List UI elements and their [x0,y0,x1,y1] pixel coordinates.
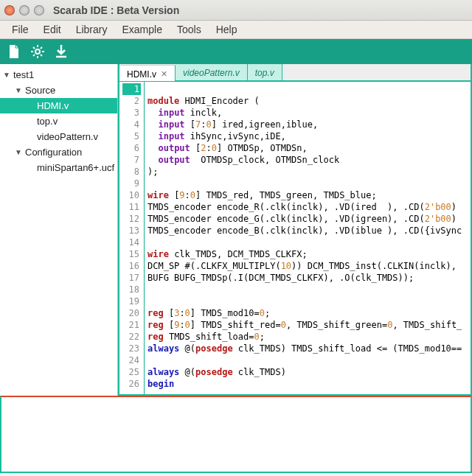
toolbar [0,39,472,64]
new-file-icon[interactable] [7,45,21,58]
tab-hdmi[interactable]: HDMI.v✕ [119,65,176,81]
menubar: File Edit Library Example Tools Help [0,21,472,39]
tree-item-label: top.v [37,116,58,127]
svg-line-8 [41,47,42,49]
window-title: Scarab IDE : Beta Version [53,4,179,16]
tab-label: top.v [255,68,274,78]
menu-library[interactable]: Library [69,21,115,38]
tab-top[interactable]: top.v [248,64,282,80]
svg-line-7 [33,55,35,56]
tree-item-ucf[interactable]: miniSpartan6+.ucf [0,160,117,175]
menu-file[interactable]: File [4,21,36,38]
tree-item-label: HDMI.v [37,100,69,111]
tree-group-label: Source [25,85,55,96]
code-area[interactable]: 1 2 3 4 5 6 7 8 9 10 11 12 13 14 15 16 1… [119,82,471,394]
tree-item-hdmi[interactable]: HDMI.v [0,98,117,113]
tab-videopattern[interactable]: videoPattern.v [176,64,248,80]
tree-item-label: videoPattern.v [37,131,98,142]
tree-item-videopattern[interactable]: videoPattern.v [0,129,117,144]
svg-line-6 [41,55,42,56]
window-minimize-icon[interactable] [19,5,30,15]
editor: HDMI.v✕ videoPattern.v top.v 1 2 3 4 5 6… [118,64,472,396]
window-maximize-icon[interactable] [34,5,44,15]
code-text[interactable]: module HDMI_Encoder ( input inclk, input… [145,82,471,394]
tree-item-top[interactable]: top.v [0,113,117,129]
main-area: ▼test1 ▼Source HDMI.v top.v videoPattern… [0,64,472,396]
close-icon[interactable]: ✕ [161,69,167,79]
window-close-icon[interactable] [4,5,15,15]
menu-edit[interactable]: Edit [36,21,69,38]
titlebar: Scarab IDE : Beta Version [0,0,472,21]
menu-example[interactable]: Example [114,21,169,38]
tab-label: videoPattern.v [183,68,240,78]
output-panel[interactable] [0,396,472,473]
svg-point-0 [35,49,40,54]
editor-tabs: HDMI.v✕ videoPattern.v top.v [119,64,471,82]
tree-root-label: test1 [13,69,34,80]
svg-line-5 [33,47,35,49]
tree-group-source[interactable]: ▼Source [0,83,117,98]
tree-group-config[interactable]: ▼Configuration [0,144,117,160]
download-icon[interactable] [55,45,68,58]
line-gutter: 1 2 3 4 5 6 7 8 9 10 11 12 13 14 15 16 1… [119,82,145,394]
tree-item-label: miniSpartan6+.ucf [37,162,114,173]
gear-icon[interactable] [31,45,44,58]
tree-group-label: Configuration [25,147,82,158]
tree-root[interactable]: ▼test1 [0,67,117,83]
tab-label: HDMI.v [127,69,156,80]
menu-tools[interactable]: Tools [170,21,209,38]
project-tree[interactable]: ▼test1 ▼Source HDMI.v top.v videoPattern… [0,64,118,396]
menu-help[interactable]: Help [209,21,245,38]
